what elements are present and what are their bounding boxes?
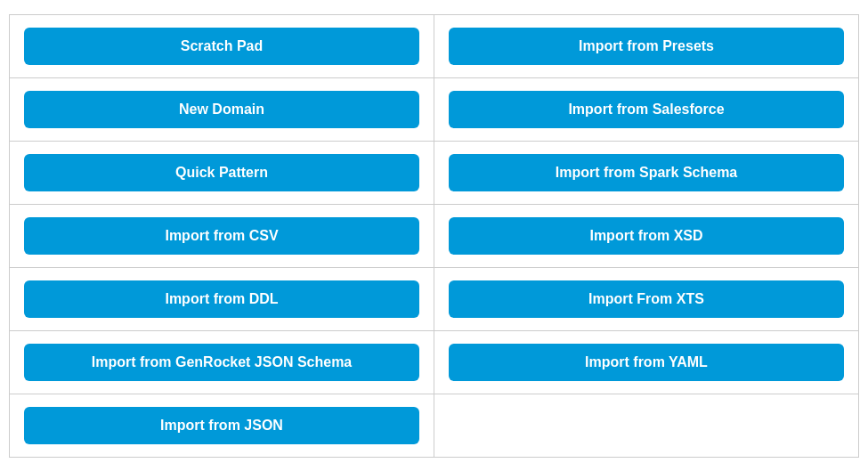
import-xts-button[interactable]: Import From XTS (449, 280, 844, 318)
row-1: Scratch Pad Import from Presets (10, 15, 858, 78)
button-grid: Scratch Pad Import from Presets New Doma… (9, 14, 859, 458)
cell-import-salesforce: Import from Salesforce (434, 78, 858, 141)
cell-import-yaml: Import from YAML (434, 331, 858, 394)
quick-pattern-button[interactable]: Quick Pattern (24, 154, 419, 191)
import-spark-schema-button[interactable]: Import from Spark Schema (449, 154, 844, 191)
cell-import-ddl: Import from DDL (10, 268, 434, 330)
cell-empty (434, 394, 858, 457)
import-presets-button[interactable]: Import from Presets (449, 28, 844, 65)
import-json-button[interactable]: Import from JSON (24, 407, 419, 444)
import-xsd-button[interactable]: Import from XSD (449, 217, 844, 255)
import-yaml-button[interactable]: Import from YAML (449, 344, 844, 381)
cell-import-spark-schema: Import from Spark Schema (434, 142, 858, 204)
import-ddl-button[interactable]: Import from DDL (24, 280, 419, 318)
cell-import-genrocket-json: Import from GenRocket JSON Schema (10, 331, 434, 394)
row-3: Quick Pattern Import from Spark Schema (10, 142, 858, 205)
row-2: New Domain Import from Salesforce (10, 78, 858, 142)
cell-import-xsd: Import from XSD (434, 205, 858, 267)
import-salesforce-button[interactable]: Import from Salesforce (449, 91, 844, 128)
row-5: Import from DDL Import From XTS (10, 268, 858, 331)
cell-import-presets: Import from Presets (434, 15, 858, 77)
cell-import-csv: Import from CSV (10, 205, 434, 267)
row-7: Import from JSON (10, 394, 858, 457)
scratch-pad-button[interactable]: Scratch Pad (24, 28, 419, 65)
new-domain-button[interactable]: New Domain (24, 91, 419, 128)
row-6: Import from GenRocket JSON Schema Import… (10, 331, 858, 394)
cell-new-domain: New Domain (10, 78, 434, 141)
row-4: Import from CSV Import from XSD (10, 205, 858, 268)
cell-quick-pattern: Quick Pattern (10, 142, 434, 204)
cell-import-xts: Import From XTS (434, 268, 858, 330)
cell-import-json: Import from JSON (10, 394, 434, 457)
import-genrocket-json-button[interactable]: Import from GenRocket JSON Schema (24, 344, 419, 381)
import-csv-button[interactable]: Import from CSV (24, 217, 419, 255)
cell-scratch-pad: Scratch Pad (10, 15, 434, 77)
